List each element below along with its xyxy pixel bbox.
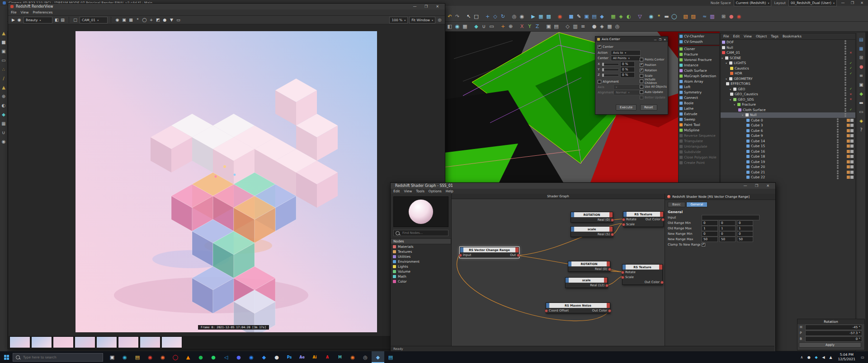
visibility-dots[interactable] (837, 133, 839, 138)
help-icon[interactable]: ? (858, 126, 864, 133)
material-tags[interactable] (847, 171, 854, 174)
pen-spline-icon[interactable]: ✎ (575, 13, 583, 20)
node-rs-maxon-noise[interactable]: RS Maxon Noise Coord OffsetOut Color (546, 302, 610, 313)
taskbar-clock[interactable]: 5:04 PM 12/5/2021 (835, 353, 859, 362)
object-row[interactable]: GEO_Caustics (721, 92, 855, 97)
camera-dropdown[interactable]: CAM_01 (80, 17, 108, 23)
workplane-lock-icon[interactable]: ▦ (0, 120, 7, 126)
whatsapp-icon[interactable]: ● (207, 351, 220, 363)
input-port[interactable] (545, 309, 548, 312)
aftereffects-icon[interactable]: Ae (296, 351, 308, 363)
menu-item[interactable]: Object (756, 34, 767, 38)
photoshop-icon[interactable]: Ps (283, 351, 296, 363)
value-field-z[interactable]: 1 (737, 226, 753, 231)
palette-item[interactable]: Boole (679, 100, 719, 106)
value-field-y[interactable]: 0 (719, 220, 736, 226)
safe-frame-icon[interactable]: ▦ (606, 23, 613, 30)
rv-minimize-button[interactable]: — (411, 5, 418, 9)
telegram-icon[interactable]: ◁ (220, 351, 232, 363)
node-category[interactable]: Lights (391, 264, 451, 269)
value-field-x[interactable]: 0 (702, 231, 718, 237)
render-settings-icon[interactable]: ▩ (545, 13, 552, 20)
taskbar-search-input[interactable] (22, 355, 92, 360)
shader-graph-canvas[interactable]: Shader Graph ROTATION Real (0) RS Textur… (452, 194, 665, 346)
percent-field[interactable]: 0 % (620, 67, 635, 72)
output-port[interactable] (611, 219, 614, 222)
palette-item[interactable]: Subdivide (679, 149, 719, 154)
value-field-z[interactable]: 0 (737, 220, 753, 226)
percent-slider[interactable] (602, 69, 619, 71)
render-view-icon[interactable]: ▶ (529, 13, 537, 20)
grid-icon[interactable]: ▦ (128, 17, 134, 23)
quantize-icon[interactable]: ∪ (480, 23, 488, 30)
renderview-titlebar[interactable]: Redshift RenderView — ❐ ✕ (8, 4, 445, 9)
modeling-axis-icon[interactable]: + (499, 23, 507, 30)
enabled-toggle[interactable] (849, 93, 854, 96)
material-tags[interactable] (847, 119, 854, 122)
node-scale[interactable]: scale Real (5) (571, 226, 613, 237)
percent-field[interactable]: 0 % (620, 72, 635, 78)
option-checkbox-row[interactable]: Better Update (640, 95, 668, 100)
visibility-dots[interactable] (837, 170, 839, 175)
layer-panel-icon[interactable]: ≡ (858, 72, 864, 79)
value-field-y[interactable]: 50 (719, 237, 736, 242)
expand-arrow-icon[interactable]: ▾ (730, 88, 733, 91)
stereo-icon[interactable]: ◎ (613, 23, 621, 30)
sg-close-button[interactable]: ✕ (764, 184, 771, 188)
convert-object-icon[interactable]: ▲ (0, 30, 7, 36)
material-tags[interactable] (847, 155, 854, 158)
visibility-dots[interactable] (844, 56, 846, 60)
object-row[interactable]: EFFECTORS (721, 81, 855, 87)
firefox-icon[interactable]: ◉ (156, 351, 169, 363)
task-view-icon[interactable]: ▣ (106, 351, 118, 363)
maya-icon[interactable]: M (334, 351, 346, 363)
object-row[interactable]: Cube 16 (721, 149, 855, 154)
light-object-icon[interactable]: * (655, 13, 663, 20)
subdivision-surface-icon[interactable]: ▣ (583, 13, 590, 20)
output-port[interactable] (611, 233, 614, 236)
quantize-toggle-icon[interactable]: ◇ (564, 23, 571, 30)
action-dropdown[interactable]: Axis to (611, 50, 641, 56)
object-row[interactable]: ▾ GEOMETRY (721, 76, 855, 82)
cloth-object-icon[interactable]: ▥ (708, 13, 716, 20)
palette-item[interactable]: Instance (679, 62, 719, 68)
zoom-dropdown[interactable]: 100 % (389, 17, 408, 23)
save-image-icon[interactable]: ▼ (169, 17, 175, 23)
palette-item[interactable]: Cloth Surface (679, 68, 719, 73)
visibility-dots[interactable] (837, 139, 839, 144)
console-icon[interactable]: ▭ (858, 108, 864, 115)
minimize-button[interactable]: — (840, 1, 846, 5)
value-field-y[interactable]: 1 (719, 226, 736, 231)
object-row[interactable]: Cube 15 (721, 144, 855, 149)
palette-item[interactable]: Atom Array (679, 79, 719, 84)
percent-slider[interactable] (602, 63, 619, 65)
rv-close-button[interactable]: ✕ (434, 5, 441, 9)
palette-item[interactable]: MoGraph Selection (679, 73, 719, 79)
clamp-row[interactable]: Clamp To New Range (665, 242, 775, 247)
option-checkbox-row[interactable]: Use All Objects (640, 84, 668, 89)
material-tags[interactable] (847, 144, 854, 148)
object-row[interactable]: Cube 0 (721, 118, 855, 123)
visibility-dots[interactable] (837, 128, 839, 133)
object-row[interactable]: Cube 6 (721, 128, 855, 134)
illustrator-icon[interactable]: Ai (308, 351, 321, 363)
expand-arrow-icon[interactable]: ▾ (722, 56, 725, 60)
palette-item[interactable]: CV-Smooth (679, 39, 719, 44)
object-row[interactable]: ▾ SCENE (721, 56, 855, 61)
palette-item[interactable]: Connect (679, 95, 719, 100)
object-row[interactable]: DOF (721, 40, 855, 45)
input-port[interactable] (459, 254, 462, 257)
shader-graph-titlebar[interactable]: Redshift Shader Graph - SSS_01 — ❐ ✕ (391, 183, 775, 189)
discord-icon[interactable]: ● (232, 351, 245, 363)
value-field-z[interactable]: 50 (737, 237, 753, 242)
sky-object-icon[interactable]: ◯ (670, 13, 678, 20)
menu-item[interactable]: Options (429, 189, 442, 193)
object-row[interactable]: Null (721, 45, 855, 51)
output-port[interactable] (608, 268, 611, 271)
value-field-x[interactable]: 1 (702, 226, 718, 231)
value-field-z[interactable]: 0 (737, 231, 753, 237)
asset-browser-icon[interactable]: ▦ (858, 45, 864, 51)
timeline-icon[interactable]: ▬ (858, 99, 864, 106)
node-category[interactable]: Volume (391, 269, 451, 274)
object-row[interactable]: Cube 21 (721, 170, 855, 175)
